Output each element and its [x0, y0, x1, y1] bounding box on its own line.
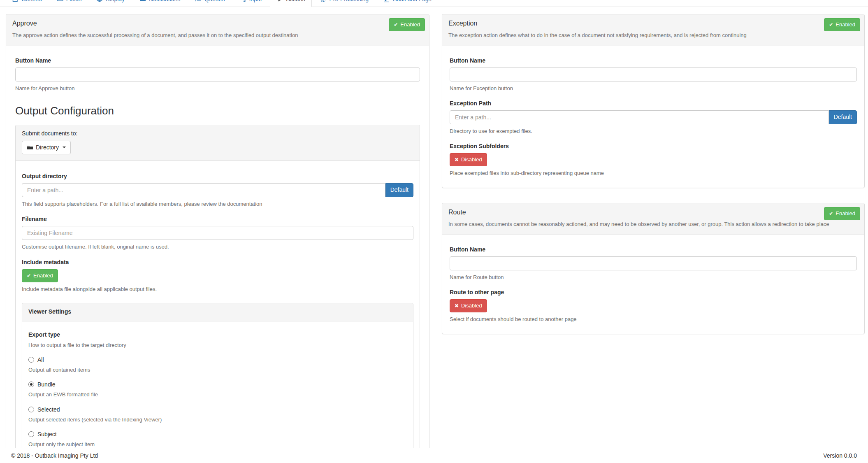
edit-icon — [12, 0, 19, 2]
tab-label: Queues — [204, 0, 225, 2]
tab-general[interactable]: General — [5, 0, 49, 7]
exception-panel-heading: Exception Enabled The exception action d… — [442, 14, 864, 46]
footer-version: Version 0.0.0 — [823, 452, 857, 459]
radio-option-label: Selected — [37, 406, 60, 413]
exception-subfolders-status-label: Disabled — [461, 156, 482, 163]
exception-subfolders-toggle[interactable]: Disabled — [450, 153, 487, 166]
exception-subfolders-label: Exception Subfolders — [450, 143, 857, 149]
exception-enabled-toggle[interactable]: Enabled — [824, 18, 860, 31]
output-configuration-body: Output directory Default This field supp… — [16, 161, 420, 463]
output-directory-help: This field supports placeholders. For a … — [22, 200, 413, 208]
route-panel-heading: Route Enabled In some cases, documents c… — [442, 203, 864, 235]
viewer-settings-title: Viewer Settings — [28, 308, 407, 315]
route-title: Route — [448, 209, 858, 216]
destination-dropdown-button[interactable]: Directory — [22, 141, 71, 155]
export-type-label: Export type — [28, 331, 407, 338]
route-button-name-input[interactable] — [450, 256, 857, 270]
export-type-option-all[interactable]: All — [28, 356, 407, 363]
exception-title: Exception — [448, 20, 858, 27]
tab-label: Pre-Processing — [329, 0, 369, 2]
approve-description: The approve action defines the successfu… — [12, 31, 406, 40]
caret-down-icon — [63, 147, 66, 148]
tab-queues[interactable]: Queues — [188, 0, 232, 7]
tab-input[interactable]: Input — [232, 0, 269, 7]
approve-status-label: Enabled — [400, 21, 420, 28]
include-metadata-toggle[interactable]: Enabled — [22, 269, 58, 282]
export-type-option-subject-help: Output only the subject item — [28, 441, 407, 448]
keyboard-icon — [57, 0, 63, 2]
export-type-option-subject[interactable]: Subject — [28, 431, 407, 437]
filename-label: Filename — [22, 216, 413, 222]
route-status-label: Enabled — [836, 210, 855, 217]
tab-display[interactable]: Display — [89, 0, 132, 7]
exception-panel-body: Button Name Name for Exception button Ex… — [442, 46, 864, 188]
export-type-help: How to output a file to the target direc… — [28, 342, 407, 349]
display-icon — [96, 0, 103, 2]
content-area: Approve Enabled The approve action defin… — [0, 7, 868, 463]
exception-subfolders-help: Place exempted files into sub-directory … — [450, 170, 857, 177]
viewer-settings-panel: Viewer Settings Export type How to outpu… — [22, 303, 413, 459]
nav-tabs: General Fields Display Notifications Que… — [5, 0, 863, 7]
filename-input[interactable] — [22, 226, 413, 240]
include-metadata-help: Include metadata file alongside all appl… — [22, 286, 413, 293]
approve-button-name-label: Button Name — [15, 57, 420, 64]
sign-in-icon — [239, 0, 246, 2]
export-type-option-selected[interactable]: Selected — [28, 406, 407, 413]
exception-description: The exception action defines what to do … — [448, 31, 842, 40]
approve-enabled-toggle[interactable]: Enabled — [389, 18, 425, 31]
radio-icon[interactable] — [28, 431, 34, 437]
route-description: In some cases, documents cannot be reaso… — [448, 220, 842, 228]
tab-actions[interactable]: Actions — [270, 0, 312, 7]
tab-label: Fields — [66, 0, 81, 2]
gears-icon — [320, 0, 326, 2]
route-button-name-label: Button Name — [450, 246, 857, 253]
approve-title: Approve — [12, 20, 423, 27]
folder-icon — [27, 144, 33, 151]
approve-button-name-help: Name for Approve button — [15, 85, 420, 92]
output-directory-input[interactable] — [22, 183, 385, 197]
output-configuration-heading: Output Configuration — [15, 105, 420, 117]
exception-path-default-button[interactable]: Default — [829, 110, 857, 124]
tab-label: Display — [106, 0, 125, 2]
export-type-option-selected-help: Output selected items (selected via the … — [28, 416, 407, 423]
exception-path-input[interactable] — [450, 110, 829, 124]
include-metadata-label: Include metadata — [22, 259, 413, 265]
radio-icon[interactable] — [28, 357, 34, 363]
output-directory-label: Output directory — [22, 173, 413, 179]
tab-bar: General Fields Display Notifications Que… — [0, 0, 868, 7]
play-icon — [277, 0, 283, 2]
route-to-other-page-help: Select if documents should be routed to … — [450, 316, 857, 323]
x-icon — [455, 302, 459, 309]
approve-panel: Approve Enabled The approve action defin… — [6, 14, 429, 463]
route-panel-body: Button Name Name for Route button Route … — [442, 235, 864, 334]
export-type-option-bundle[interactable]: Bundle — [28, 381, 407, 388]
output-directory-default-button[interactable]: Default — [385, 183, 413, 197]
route-to-other-page-toggle[interactable]: Disabled — [450, 299, 487, 312]
route-enabled-toggle[interactable]: Enabled — [824, 207, 860, 220]
exception-button-name-input[interactable] — [450, 67, 857, 81]
radio-icon[interactable] — [28, 407, 34, 412]
footer-copyright: © 2018 - Outback Imaging Pty Ltd — [11, 452, 98, 459]
tab-label: Notifications — [149, 0, 180, 2]
viewer-settings-body: Export type How to output a file to the … — [22, 321, 413, 459]
radio-selected-icon[interactable] — [28, 382, 34, 387]
route-panel: Route Enabled In some cases, documents c… — [442, 203, 865, 334]
tab-notifications[interactable]: Notifications — [132, 0, 187, 7]
tab-label: Actions — [286, 0, 305, 2]
exception-panel: Exception Enabled The exception action d… — [442, 14, 865, 188]
route-to-other-page-label: Route to other page — [450, 289, 857, 295]
output-configuration-panel: Submit documents to: Directory Output di… — [15, 125, 420, 463]
tab-fields[interactable]: Fields — [50, 0, 88, 7]
submit-documents-label: Submit documents to: — [22, 130, 413, 137]
radio-option-label: Bundle — [37, 381, 56, 388]
filename-help: Customise output filename. If left blank… — [22, 243, 413, 251]
destination-dropdown-label: Directory — [36, 144, 59, 152]
tab-pre-processing[interactable]: Pre-Processing — [313, 0, 376, 7]
approve-button-name-input[interactable] — [15, 67, 420, 81]
check-icon — [394, 21, 398, 28]
export-type-option-bundle-help: Output an EWB formatted file — [28, 391, 407, 398]
route-to-other-page-status-label: Disabled — [461, 302, 482, 309]
tab-audit-and-logs[interactable]: Audit and Logs — [376, 0, 438, 7]
footer: © 2018 - Outback Imaging Pty Ltd Version… — [0, 448, 868, 463]
approve-panel-body: Button Name Name for Approve button Outp… — [6, 46, 429, 463]
